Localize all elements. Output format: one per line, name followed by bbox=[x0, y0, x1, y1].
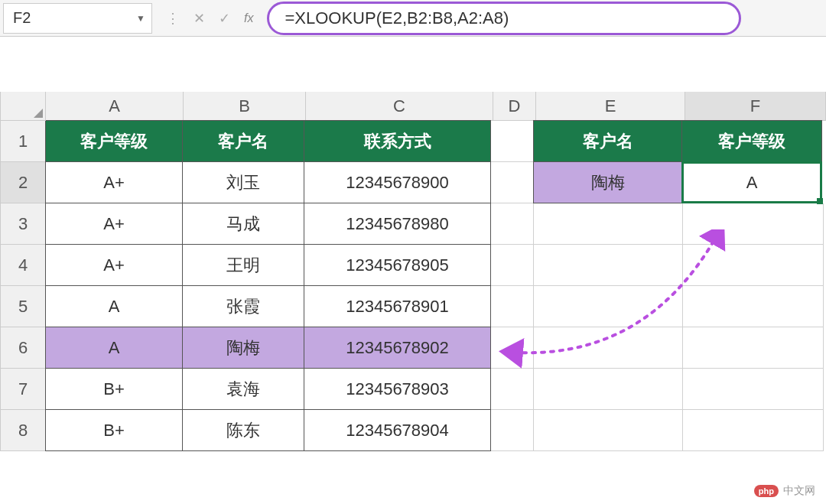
fx-icon[interactable]: fx bbox=[244, 11, 253, 25]
cell-E3[interactable] bbox=[534, 203, 683, 245]
cell-F5[interactable] bbox=[683, 286, 824, 327]
cell-F6[interactable] bbox=[683, 327, 824, 369]
cell-B6[interactable]: 陶梅 bbox=[182, 327, 304, 369]
cell-B2[interactable]: 刘玉 bbox=[182, 161, 304, 203]
column-headers: A B C D E F bbox=[0, 92, 826, 121]
cell-D7[interactable] bbox=[491, 369, 534, 410]
name-box[interactable]: F2 ▼ bbox=[3, 3, 152, 34]
formula-input[interactable]: =XLOOKUP(E2,B2:B8,A2:A8) bbox=[267, 2, 741, 35]
confirm-icon[interactable]: ✓ bbox=[219, 10, 230, 27]
cell-A8[interactable]: B+ bbox=[45, 409, 183, 451]
col-header-B[interactable]: B bbox=[184, 92, 306, 121]
cell-D5[interactable] bbox=[491, 286, 534, 327]
cancel-icon[interactable]: ✕ bbox=[193, 10, 205, 27]
select-all-corner[interactable] bbox=[0, 92, 46, 121]
col-header-E[interactable]: E bbox=[536, 92, 685, 121]
cell-E2[interactable]: 陶梅 bbox=[533, 161, 682, 203]
watermark: php 中文网 bbox=[754, 484, 815, 498]
cell-F8[interactable] bbox=[683, 410, 824, 451]
formula-controls: ⋮ ✕ ✓ fx bbox=[155, 10, 264, 27]
col-header-C[interactable]: C bbox=[306, 92, 493, 121]
cell-F3[interactable] bbox=[683, 203, 824, 245]
table-row: 8 B+ 陈东 12345678904 bbox=[0, 410, 826, 451]
row-header-2[interactable]: 2 bbox=[0, 162, 46, 203]
formula-bar: F2 ▼ ⋮ ✕ ✓ fx =XLOOKUP(E2,B2:B8,A2:A8) bbox=[0, 0, 826, 37]
table-row: 2 A+ 刘玉 12345678900 陶梅 A bbox=[0, 162, 826, 203]
cell-A2[interactable]: A+ bbox=[45, 161, 183, 203]
cell-D2[interactable] bbox=[491, 162, 534, 203]
cell-C4[interactable]: 12345678905 bbox=[304, 244, 491, 286]
cell-D6[interactable] bbox=[491, 327, 534, 369]
cell-D8[interactable] bbox=[491, 410, 534, 451]
table-row: 6 A 陶梅 12345678902 bbox=[0, 327, 826, 369]
cell-A3[interactable]: A+ bbox=[45, 203, 183, 245]
watermark-text: 中文网 bbox=[783, 484, 815, 498]
col-header-D[interactable]: D bbox=[493, 92, 536, 121]
row-header-1[interactable]: 1 bbox=[0, 121, 46, 162]
name-box-value: F2 bbox=[13, 9, 136, 27]
cell-F1[interactable]: 客户等级 bbox=[681, 120, 822, 162]
cell-B3[interactable]: 马成 bbox=[182, 203, 304, 245]
table-row: 4 A+ 王明 12345678905 bbox=[0, 245, 826, 286]
cell-B1[interactable]: 客户名 bbox=[182, 120, 304, 162]
cell-A1[interactable]: 客户等级 bbox=[45, 120, 183, 162]
cell-B5[interactable]: 张霞 bbox=[182, 285, 304, 327]
cell-F2[interactable]: A bbox=[681, 161, 822, 203]
table-row: 5 A 张霞 12345678901 bbox=[0, 286, 826, 327]
cell-D3[interactable] bbox=[491, 203, 534, 245]
cell-A4[interactable]: A+ bbox=[45, 244, 183, 286]
cell-F7[interactable] bbox=[683, 369, 824, 410]
cell-E4[interactable] bbox=[534, 245, 683, 286]
cell-C2[interactable]: 12345678900 bbox=[304, 161, 491, 203]
cell-C6[interactable]: 12345678902 bbox=[304, 327, 491, 369]
cell-A7[interactable]: B+ bbox=[45, 368, 183, 410]
cell-C1[interactable]: 联系方式 bbox=[304, 120, 491, 162]
cell-F4[interactable] bbox=[683, 245, 824, 286]
divider-icon: ⋮ bbox=[166, 10, 180, 27]
cell-B7[interactable]: 袁海 bbox=[182, 368, 304, 410]
row-header-5[interactable]: 5 bbox=[0, 286, 46, 327]
cell-C3[interactable]: 12345678980 bbox=[304, 203, 491, 245]
cell-E7[interactable] bbox=[534, 369, 683, 410]
cell-C5[interactable]: 12345678901 bbox=[304, 285, 491, 327]
cell-E5[interactable] bbox=[534, 286, 683, 327]
cell-B4[interactable]: 王明 bbox=[182, 244, 304, 286]
cell-D4[interactable] bbox=[491, 245, 534, 286]
row-header-8[interactable]: 8 bbox=[0, 410, 46, 451]
row-header-6[interactable]: 6 bbox=[0, 327, 46, 369]
cell-E8[interactable] bbox=[534, 410, 683, 451]
cell-C7[interactable]: 12345678903 bbox=[304, 368, 491, 410]
col-header-A[interactable]: A bbox=[46, 92, 184, 121]
cell-B8[interactable]: 陈东 bbox=[182, 409, 304, 451]
cell-D1[interactable] bbox=[491, 121, 534, 162]
row-header-3[interactable]: 3 bbox=[0, 203, 46, 245]
cell-E6[interactable] bbox=[534, 327, 683, 369]
dropdown-icon[interactable]: ▼ bbox=[136, 13, 145, 24]
row-header-4[interactable]: 4 bbox=[0, 245, 46, 286]
table-row: 3 A+ 马成 12345678980 bbox=[0, 203, 826, 245]
cell-C8[interactable]: 12345678904 bbox=[304, 409, 491, 451]
col-header-F[interactable]: F bbox=[685, 92, 826, 121]
cell-A5[interactable]: A bbox=[45, 285, 183, 327]
watermark-logo: php bbox=[754, 485, 779, 497]
cell-E1[interactable]: 客户名 bbox=[533, 120, 682, 162]
row-header-7[interactable]: 7 bbox=[0, 369, 46, 410]
table-row: 1 客户等级 客户名 联系方式 客户名 客户等级 bbox=[0, 121, 826, 162]
spreadsheet-grid: A B C D E F 1 客户等级 客户名 联系方式 客户名 客户等级 2 A… bbox=[0, 92, 826, 451]
formula-text: =XLOOKUP(E2,B2:B8,A2:A8) bbox=[285, 8, 509, 28]
cell-A6[interactable]: A bbox=[45, 327, 183, 369]
table-row: 7 B+ 袁海 12345678903 bbox=[0, 369, 826, 410]
